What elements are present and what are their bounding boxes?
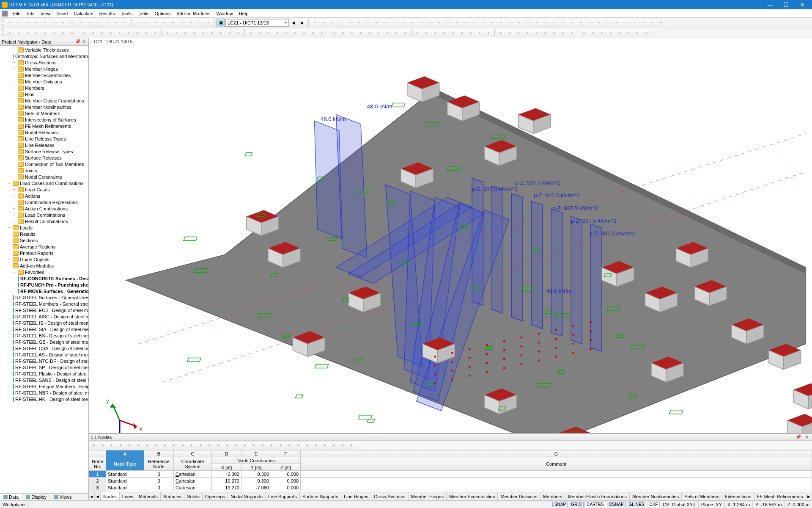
toolbar-button[interactable]: ▫ xyxy=(559,29,567,37)
toolbar-button[interactable]: ▫ xyxy=(23,19,32,27)
cell-type[interactable]: Standard xyxy=(106,484,144,491)
table-toolbar-button[interactable]: ▫ xyxy=(143,441,151,450)
toolbar-button[interactable]: ▫ xyxy=(595,19,603,27)
table-toolbar-button[interactable]: ▫ xyxy=(258,441,267,450)
toolbar-button[interactable]: ▫ xyxy=(133,19,142,27)
col-node-type[interactable]: Node Type xyxy=(106,457,144,471)
toolbar-button[interactable]: ▫ xyxy=(124,29,133,37)
toolbar-button[interactable]: ▫ xyxy=(431,29,439,37)
toolbar-button[interactable]: ▫ xyxy=(373,19,381,27)
table-tab-member nonlinearities[interactable]: Member Nonlinearities xyxy=(630,492,682,500)
toolbar-button[interactable]: ▫ xyxy=(374,29,383,37)
toolbar-button[interactable]: ▫ xyxy=(612,19,621,27)
tree-item[interactable]: RF-STEEL NBR - Design of steel member xyxy=(0,389,88,396)
table-tab-solids[interactable]: Solids xyxy=(184,492,203,500)
toolbar-button[interactable]: ▫ xyxy=(172,29,181,37)
toolbar-button[interactable]: ▫ xyxy=(440,29,448,37)
tab-nav-next[interactable]: ▶ xyxy=(806,492,812,500)
toolbar-button[interactable]: ▫ xyxy=(598,29,606,37)
tree-item[interactable]: Line Releases xyxy=(0,142,88,148)
tree-item[interactable]: RF-STEEL CSA - Design of steel member xyxy=(0,345,88,351)
col-letter-E[interactable]: E xyxy=(241,450,271,457)
tree-item[interactable]: Sets of Members xyxy=(0,110,88,116)
toolbar-button[interactable]: ▫ xyxy=(630,19,639,27)
tree-item[interactable]: Line Release Types xyxy=(0,135,88,142)
toolbar-button[interactable]: ▫ xyxy=(348,29,356,37)
cell-comment[interactable] xyxy=(301,478,812,484)
table-tab-nodal supports[interactable]: Nodal Supports xyxy=(228,492,266,500)
table-toolbar-button[interactable]: ▫ xyxy=(241,441,249,450)
toolbar-button[interactable]: ▫ xyxy=(577,19,585,27)
nav-tab-views[interactable]: Views xyxy=(50,494,75,500)
status-toggle-glines[interactable]: GLINES xyxy=(627,502,647,507)
toolbar-button[interactable]: ▫ xyxy=(5,19,14,27)
status-toggle-cartes[interactable]: CARTES xyxy=(584,502,606,507)
tree-item[interactable]: RF-STEEL BS - Design of steel members xyxy=(0,332,88,339)
tree-expander-icon[interactable]: + xyxy=(12,207,16,211)
toolbar-button[interactable]: ▫ xyxy=(50,29,58,37)
toolbar-button[interactable]: ▫ xyxy=(550,19,559,27)
model-viewport[interactable]: LC21 : UIC71 13/15 xyxy=(89,38,812,433)
toolbar-button[interactable]: ▫ xyxy=(444,19,452,27)
toolbar-button[interactable]: ▫ xyxy=(234,29,243,37)
toolbar-button[interactable]: ▫ xyxy=(282,29,291,37)
toolbar-button[interactable]: ▫ xyxy=(426,19,434,27)
toolbar-button[interactable]: ▫ xyxy=(488,19,497,27)
toolbar-button[interactable]: ▫ xyxy=(449,29,457,37)
toolbar-button[interactable]: ▫ xyxy=(14,19,23,27)
toolbar-button[interactable]: ▫ xyxy=(41,29,49,37)
menu-view[interactable]: View xyxy=(38,10,54,17)
maximize-button[interactable]: ❐ xyxy=(778,0,794,9)
toolbar-button[interactable]: ▫ xyxy=(505,29,514,37)
tree-item[interactable]: Results xyxy=(0,231,88,237)
col-ref-node[interactable]: Reference Node xyxy=(144,457,174,471)
toolbar-button[interactable]: ▫ xyxy=(181,29,189,37)
table-row[interactable]: 1 Standard 0 Cartesian -0.300 0.300 0.00… xyxy=(89,471,812,478)
table-toolbar-button[interactable]: ▫ xyxy=(312,441,320,450)
table-tab-member hinges[interactable]: Member Hinges xyxy=(409,492,447,500)
menu-file[interactable]: File xyxy=(10,10,24,17)
tree-item[interactable]: RF-STEEL Members - General stress anal xyxy=(0,301,88,307)
toolbar-button[interactable]: ▫ xyxy=(85,19,94,27)
toolbar-button[interactable]: ▫ xyxy=(98,29,106,37)
table-row[interactable]: 2 Standard 0 Cartesian 19.270 0.300 0.00… xyxy=(89,478,812,484)
toolbar-button[interactable]: ▫ xyxy=(264,29,273,37)
toolbar-button[interactable]: ▫ xyxy=(532,19,541,27)
toolbar-button[interactable]: ▫ xyxy=(273,29,282,37)
tree-expander-icon[interactable]: + xyxy=(12,188,16,192)
toolbar-button[interactable]: ▫ xyxy=(435,19,443,27)
col-letter-F[interactable]: F xyxy=(271,450,301,457)
toolbar-button[interactable]: ▫ xyxy=(532,29,540,37)
col-letter-B[interactable]: B xyxy=(144,450,174,457)
tree-expander-icon[interactable]: - xyxy=(7,181,11,185)
loadcase-combo[interactable]: LC21 - UIC71 13/15 ▼ xyxy=(225,19,289,27)
menu-window[interactable]: Window xyxy=(214,10,236,17)
menu-calculate[interactable]: Calculate xyxy=(71,10,96,17)
table-toolbar-button[interactable]: ▫ xyxy=(178,441,187,450)
cell-comment[interactable] xyxy=(301,484,812,491)
tree-item[interactable]: Ribs xyxy=(0,91,88,97)
col-x[interactable]: X [m] xyxy=(212,464,241,471)
toolbar-button[interactable]: ▫ xyxy=(648,19,656,27)
table-toolbar-button[interactable]: ▫ xyxy=(232,441,240,450)
table-tab-line supports[interactable]: Line Supports xyxy=(266,492,300,500)
toolbar-button[interactable]: ▫ xyxy=(32,19,41,27)
menu-options[interactable]: Options xyxy=(151,10,173,17)
tree-item[interactable]: + Actions xyxy=(0,193,88,199)
table-toolbar-button[interactable]: ▫ xyxy=(161,441,169,450)
cell-x[interactable]: -0.300 xyxy=(212,471,241,478)
table-toolbar-button[interactable]: ▫ xyxy=(285,441,294,450)
tree-item[interactable]: + Guide Objects xyxy=(0,256,88,262)
toolbar-button[interactable]: ▫ xyxy=(309,29,317,37)
toolbar-button[interactable]: ▫ xyxy=(524,19,532,27)
navigator-tree[interactable]: Variable Thicknesses Orthotropic Surface… xyxy=(0,46,88,493)
tree-item[interactable]: RF-STEEL AISC - Design of steel membe xyxy=(0,313,88,320)
toolbar-grip[interactable] xyxy=(2,19,3,27)
toolbar-button[interactable]: ▫ xyxy=(151,19,159,27)
close-panel-icon[interactable]: ✕ xyxy=(81,39,87,44)
toolbar-button[interactable]: ▫ xyxy=(14,29,23,37)
toolbar-button[interactable]: ▫ xyxy=(5,29,14,37)
toolbar-button[interactable]: ▫ xyxy=(624,29,633,37)
toolbar-button[interactable]: ▫ xyxy=(453,19,461,27)
table-tab-sets of members[interactable]: Sets of Members xyxy=(682,492,722,500)
